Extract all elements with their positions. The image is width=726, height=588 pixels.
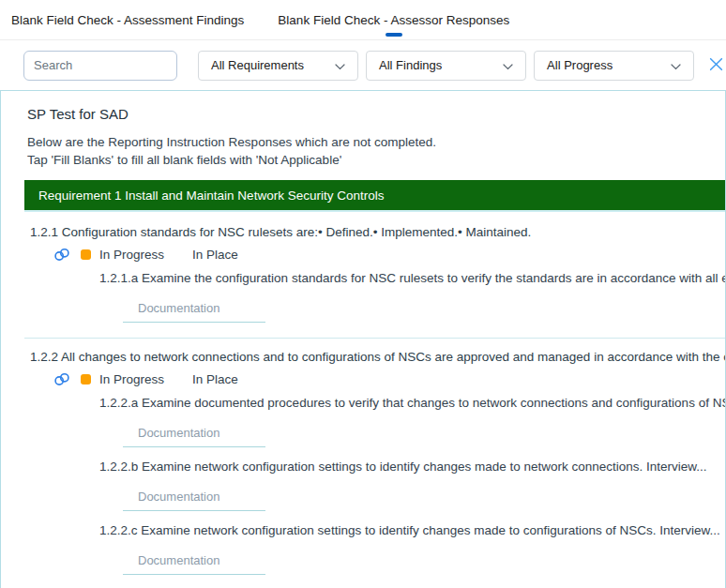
findings-filter-dropdown[interactable]: All Findings: [366, 51, 526, 81]
dropdown-value: All Findings: [379, 58, 442, 72]
tab-assessor-responses[interactable]: Blank Field Check - Assessor Responses: [276, 0, 511, 39]
tab-label: Blank Field Check - Assessor Responses: [278, 13, 509, 27]
search-input[interactable]: [23, 51, 177, 81]
testing-procedure-text: 1.2.2.b Examine network configuration se…: [99, 460, 725, 474]
requirement-block: 1.2.1 Configuration standards for NSC ru…: [1, 225, 725, 323]
close-icon: [708, 56, 724, 75]
tab-label: Blank Field Check - Assessment Findings: [11, 13, 244, 27]
link-icon[interactable]: [53, 248, 70, 262]
progress-status-dot: [81, 249, 91, 260]
page-title: SP Test for SAD: [27, 106, 725, 122]
requirements-filter-dropdown[interactable]: All Requirements: [198, 51, 358, 81]
documentation-input[interactable]: [123, 423, 265, 447]
status-row: In Progress In Place: [53, 371, 725, 386]
documentation-input[interactable]: [123, 298, 265, 323]
progress-select[interactable]: In Progress: [99, 248, 164, 262]
requirement-header-label: Requirement 1 Install and Maintain Netwo…: [38, 188, 384, 203]
documentation-input[interactable]: [123, 550, 265, 575]
instructions-line-1: Below are the Reporting Instruction Resp…: [27, 133, 725, 151]
page-instructions: Below are the Reporting Instruction Resp…: [27, 133, 725, 169]
tab-bar: Blank Field Check - Assessment Findings …: [0, 0, 726, 40]
testing-procedure-text: 1.2.1.a Examine the configuration standa…: [99, 271, 725, 285]
testing-procedure-text: 1.2.2.a Examine documented procedures to…: [99, 396, 725, 410]
clear-filters-button[interactable]: [705, 55, 726, 76]
active-tab-indicator: [386, 33, 402, 37]
tab-assessment-findings[interactable]: Blank Field Check - Assessment Findings: [9, 0, 246, 39]
chevron-down-icon: [503, 57, 513, 74]
documentation-input[interactable]: [123, 487, 265, 511]
dropdown-value: All Progress: [547, 58, 613, 72]
testing-procedure-text: 1.2.2.c Examine network configuration se…: [99, 523, 725, 537]
dropdown-value: All Requirements: [211, 58, 304, 72]
requirement-header: Requirement 1 Install and Maintain Netwo…: [24, 180, 725, 212]
filter-bar: All Requirements All Findings All Progre…: [0, 40, 726, 90]
chevron-down-icon: [335, 57, 345, 74]
progress-filter-dropdown[interactable]: All Progress: [534, 51, 694, 81]
link-icon[interactable]: [53, 372, 70, 386]
progress-status-dot: [81, 374, 91, 384]
content-panel: SP Test for SAD Below are the Reporting …: [0, 90, 726, 588]
instructions-line-2: Tap 'Fill Blanks' to fill all blank fiel…: [27, 151, 725, 169]
requirement-title: 1.2.1 Configuration standards for NSC ru…: [30, 225, 725, 239]
section-divider: [24, 338, 725, 339]
chevron-down-icon: [671, 57, 681, 74]
finding-select[interactable]: In Place: [192, 372, 238, 386]
requirement-title: 1.2.2 All changes to network connections…: [30, 350, 725, 364]
status-row: In Progress In Place: [53, 247, 725, 262]
finding-select[interactable]: In Place: [192, 248, 238, 262]
requirement-block: 1.2.2 All changes to network connections…: [1, 350, 725, 575]
progress-select[interactable]: In Progress: [99, 372, 164, 386]
